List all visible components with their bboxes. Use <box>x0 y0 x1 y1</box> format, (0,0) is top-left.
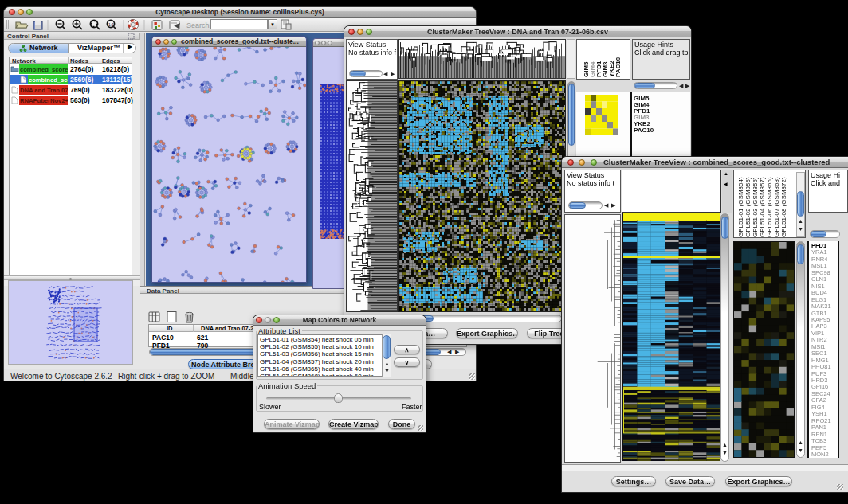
svg-text:1:1: 1:1 <box>108 22 114 27</box>
